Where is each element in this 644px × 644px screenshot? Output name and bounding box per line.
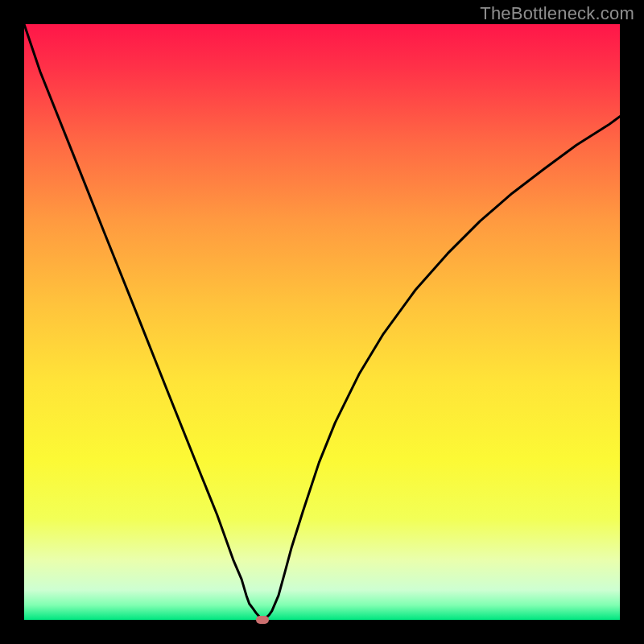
curve-svg [24,24,620,620]
min-marker [256,616,269,624]
chart-root: TheBottleneck.com [0,0,644,644]
plot-area [24,24,620,620]
bottleneck-curve [24,24,620,620]
watermark-text: TheBottleneck.com [480,3,634,24]
